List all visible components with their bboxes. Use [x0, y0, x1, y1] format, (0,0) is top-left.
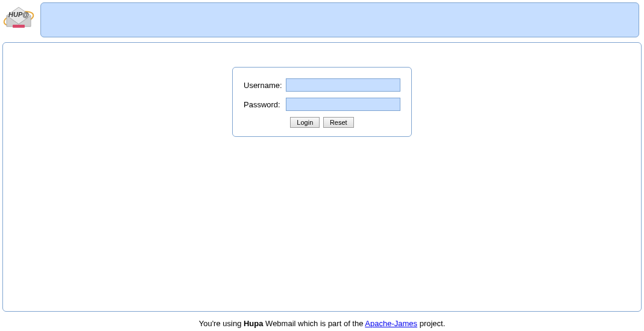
footer-prefix: You're using [199, 319, 244, 328]
reset-button[interactable]: Reset [323, 117, 354, 128]
username-label: Username: [244, 81, 286, 90]
footer-suffix: project. [417, 319, 445, 328]
button-row: Login Reset [244, 117, 400, 128]
password-row: Password: [244, 98, 400, 111]
username-row: Username: [244, 78, 400, 92]
password-label: Password: [244, 100, 286, 109]
hupa-logo-icon: HUP@ [2, 2, 36, 36]
header-banner [40, 2, 639, 37]
apache-james-link[interactable]: Apache-James [365, 319, 417, 328]
login-form: Username: Password: Login Reset [232, 67, 412, 137]
password-input[interactable] [286, 98, 400, 111]
main-panel: Username: Password: Login Reset [2, 42, 642, 312]
footer: You're using Hupa Webmail which is part … [0, 314, 644, 330]
footer-middle: Webmail which is part of the [263, 319, 365, 328]
hupa-logo: HUP@ [2, 2, 36, 36]
login-button[interactable]: Login [290, 117, 320, 128]
header-row: HUP@ [0, 0, 644, 37]
footer-app-name: Hupa [244, 319, 264, 328]
svg-text:HUP@: HUP@ [8, 11, 29, 18]
svg-rect-4 [13, 25, 25, 28]
username-input[interactable] [286, 78, 400, 92]
